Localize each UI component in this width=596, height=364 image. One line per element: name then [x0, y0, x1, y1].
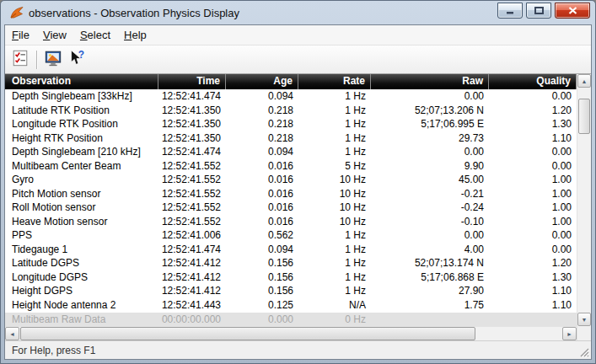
cell-raw — [371, 313, 489, 327]
cell-time: 12:52:41.350 — [158, 131, 226, 146]
cell-rate: 10 Hz — [298, 201, 371, 215]
cell-observation: PPS — [5, 228, 158, 243]
cell-quality: 1.20 — [489, 104, 577, 118]
vertical-scrollbar-track[interactable] — [577, 88, 591, 313]
cell-quality: 0.00 — [489, 89, 577, 104]
cell-observation: Height DGPS — [5, 284, 158, 298]
cell-age: 0.156 — [226, 256, 298, 270]
table-row[interactable]: Depth Singlebeam [33kHz] 12:52:41.474 0.… — [5, 89, 577, 104]
cell-raw: 1.75 — [371, 298, 489, 313]
vertical-scrollbar[interactable]: ▲ ▼ — [577, 74, 591, 326]
cell-observation: Longitude DGPS — [5, 270, 158, 285]
cell-age: 0.094 — [226, 145, 298, 159]
table-row[interactable]: Roll Motion sensor 12:52:41.552 0.016 10… — [5, 201, 577, 215]
close-button[interactable] — [555, 3, 590, 19]
table-row[interactable]: Height Node antenna 2 12:52:41.443 0.125… — [5, 298, 577, 313]
table-row[interactable]: Pitch Motion sensor 12:52:41.552 0.016 1… — [5, 187, 577, 201]
cell-observation: Multibeam Center Beam — [5, 159, 158, 174]
display-window-button[interactable] — [41, 48, 65, 72]
table-row[interactable]: Heave Motion sensor 12:52:41.552 0.016 1… — [5, 215, 577, 229]
table-row[interactable]: Height DGPS 12:52:41.412 0.156 1 Hz 27.9… — [5, 284, 577, 298]
cell-time: 12:52:41.474 — [158, 89, 226, 104]
vertical-scrollbar-thumb[interactable] — [578, 99, 590, 134]
cell-raw: -0.24 — [371, 201, 489, 215]
cell-observation: Latitude DGPS — [5, 256, 158, 270]
observation-list-icon — [11, 49, 30, 71]
scroll-down-icon[interactable]: ▼ — [577, 313, 591, 326]
table-row[interactable]: Height RTK Position 12:52:41.350 0.218 1… — [5, 131, 577, 146]
cell-raw: 9.90 — [371, 159, 489, 174]
cell-raw: 29.73 — [371, 131, 489, 146]
cell-raw: 0.00 — [371, 145, 489, 159]
observation-list-button[interactable] — [8, 48, 32, 72]
cell-time: 12:52:41.006 — [158, 228, 226, 243]
cell-observation: Multibeam Raw Data — [5, 313, 158, 327]
cell-time: 00:00:00.000 — [158, 313, 226, 327]
display-window-icon — [44, 49, 62, 71]
column-header-observation[interactable]: Observation — [5, 74, 158, 89]
cell-quality: 1.00 — [489, 215, 577, 229]
svg-text:?: ? — [78, 49, 84, 61]
cell-quality: 0.00 — [489, 145, 577, 159]
scroll-right-icon[interactable]: ► — [562, 327, 577, 340]
cell-rate: 10 Hz — [298, 173, 371, 187]
column-header-age[interactable]: Age — [226, 74, 298, 89]
table-row[interactable]: Depth Singlebeam [210 kHz] 12:52:41.474 … — [5, 145, 577, 159]
menu-help[interactable]: Help — [117, 25, 153, 45]
cell-observation: Heave Motion sensor — [5, 215, 158, 229]
table-row[interactable]: Latitude RTK Position 12:52:41.350 0.218… — [5, 104, 577, 118]
table-row-disabled[interactable]: Multibeam Raw Data 00:00:00.000 0.000 0 … — [5, 313, 577, 327]
toolbar-separator — [36, 51, 37, 69]
column-header-rate[interactable]: Rate — [298, 74, 371, 89]
cell-rate: 1 Hz — [298, 270, 371, 285]
cell-age: 0.218 — [226, 104, 298, 118]
cell-rate: 1 Hz — [298, 104, 371, 118]
table-row[interactable]: Latitude DGPS 12:52:41.412 0.156 1 Hz 52… — [5, 256, 577, 270]
cell-age: 0.016 — [226, 201, 298, 215]
cell-rate: 1 Hz — [298, 117, 371, 131]
context-help-icon: ? — [67, 49, 86, 71]
cell-quality: 0.00 — [489, 243, 577, 257]
cell-age: 0.218 — [226, 117, 298, 131]
cell-time: 12:52:41.552 — [158, 187, 226, 201]
column-header-time[interactable]: Time — [158, 74, 226, 89]
minimize-button[interactable] — [497, 3, 523, 19]
table-row[interactable]: Gyro 12:52:41.552 0.016 10 Hz 45.00 1.00 — [5, 173, 577, 187]
menu-view[interactable]: View — [36, 25, 73, 45]
menu-select[interactable]: Select — [73, 25, 117, 45]
app-icon — [9, 6, 24, 19]
cell-time: 12:52:41.350 — [158, 117, 226, 131]
horizontal-scrollbar-thumb[interactable] — [20, 327, 475, 340]
table-row[interactable]: Tidegauge 1 12:52:41.474 0.094 1 Hz 4.00… — [5, 243, 577, 257]
cell-time: 12:52:41.474 — [158, 243, 226, 257]
cell-age: 0.000 — [226, 313, 298, 327]
observation-table: Observation Time Age Rate Raw Quality De… — [5, 74, 591, 340]
cell-rate: 1 Hz — [298, 256, 371, 270]
cell-age: 0.016 — [226, 187, 298, 201]
menu-bar: File View Select Help — [5, 25, 591, 46]
column-header-raw[interactable]: Raw — [371, 74, 489, 89]
menu-file[interactable]: File — [5, 25, 36, 45]
cell-time: 12:52:41.443 — [158, 298, 226, 313]
scroll-up-icon[interactable]: ▲ — [577, 74, 591, 88]
column-header-quality[interactable]: Quality — [489, 74, 577, 89]
table-body: Depth Singlebeam [33kHz] 12:52:41.474 0.… — [5, 89, 577, 313]
cell-raw: 5;17;06.868 E — [371, 270, 489, 285]
table-row[interactable]: PPS 12:52:41.006 0.562 1 Hz 0.00 0.00 — [5, 228, 577, 243]
table-row[interactable]: Longitude RTK Position 12:52:41.350 0.21… — [5, 117, 577, 131]
cell-rate: 10 Hz — [298, 215, 371, 229]
maximize-button[interactable] — [526, 3, 551, 19]
cell-quality: 1.00 — [489, 173, 577, 187]
context-help-button[interactable]: ? — [65, 48, 89, 72]
cell-raw: 0.00 — [371, 89, 489, 104]
cell-age: 0.094 — [226, 89, 298, 104]
title-bar[interactable]: observations - Observation Physics Displ… — [4, 1, 592, 24]
scroll-left-icon[interactable]: ◄ — [5, 327, 19, 340]
cell-raw: 52;07;13.174 N — [371, 256, 489, 270]
table-row[interactable]: Multibeam Center Beam 12:52:41.552 0.016… — [5, 159, 577, 174]
cell-age: 0.218 — [226, 131, 298, 146]
table-row[interactable]: Longitude DGPS 12:52:41.412 0.156 1 Hz 5… — [5, 270, 577, 285]
horizontal-scrollbar[interactable]: ◄ ► — [5, 326, 577, 340]
resize-grip[interactable] — [578, 346, 590, 358]
cell-quality: 1.00 — [489, 187, 577, 201]
